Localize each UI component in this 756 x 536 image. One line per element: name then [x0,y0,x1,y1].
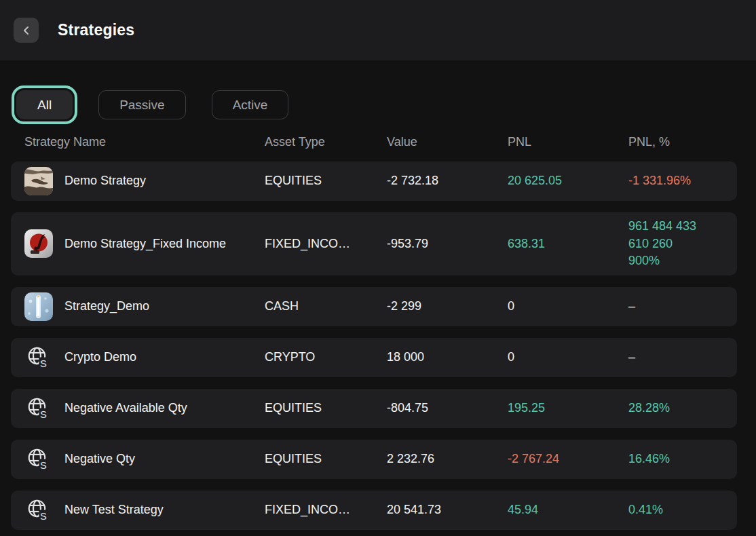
japan-art-icon [24,229,53,258]
value-cell: -2 732.18 [387,172,508,190]
asset-type-cell: EQUITIES [265,451,387,468]
pnl-cell: 0 [508,349,628,366]
strategy-name: Demo Strategy_Fixed Income [64,236,226,252]
pnl-pct-cell: – [628,349,700,366]
pnl-cell: 20 625.05 [508,172,628,190]
pnl-pct-cell: 0.41% [628,501,700,519]
strategy-name-cell: S Crypto Demo [24,343,265,372]
globe-strategy-icon: S [24,496,53,524]
pnl-cell: -2 767.24 [508,451,628,468]
filter-tab-active[interactable]: Active [212,90,289,119]
strategy-table-body: Demo Strategy EQUITIES -2 732.18 20 625.… [11,161,737,530]
globe-strategy-icon: S [24,394,53,423]
pnl-cell: 45.94 [508,501,628,519]
pnl-pct-cell: – [628,298,700,315]
pnl-pct-cell: 28.28% [628,400,700,417]
column-header-asset-type: Asset Type [265,135,387,149]
table-row[interactable]: S Crypto Demo CRYPTO 18 000 0 – [11,338,737,377]
strategy-name: Negative Qty [64,451,135,467]
strategy-name-cell: S Negative Qty [24,445,265,474]
table-row[interactable]: S Negative Available Qty EQUITIES -804.7… [11,389,737,428]
page-title: Strategies [58,21,134,39]
asset-type-cell: EQUITIES [265,400,387,417]
pnl-pct-cell: 961 484 433 610 260 900% [628,218,700,270]
asset-type-cell: FIXED_INCO… [265,235,387,253]
filter-tab-passive[interactable]: Passive [98,90,186,119]
strategy-name: New Test Strategy [64,502,164,518]
table-header-row: Strategy Name Asset Type Value PNL PNL, … [11,133,737,151]
column-header-strategy-name: Strategy Name [24,135,265,149]
back-button[interactable] [14,18,39,43]
pnl-pct-cell: 16.46% [628,451,700,468]
pnl-cell: 195.25 [508,400,628,417]
chevron-left-icon [22,26,31,35]
table-row[interactable]: Demo Strategy EQUITIES -2 732.18 20 625.… [11,161,737,201]
pnl-cell: 0 [508,298,628,315]
strategy-name-cell: Demo Strategy_Fixed Income [24,229,265,258]
filter-tab-all[interactable]: All [16,90,73,119]
value-cell: 2 232.76 [387,451,508,468]
asset-type-cell: EQUITIES [265,172,387,190]
asset-type-cell: FIXED_INCO… [265,501,387,519]
strategy-name-cell: Strategy_Demo [24,292,265,321]
value-cell: 18 000 [387,349,508,366]
strategy-name: Negative Available Qty [64,400,187,416]
table-row[interactable]: S New Test Strategy FIXED_INCO… 20 541.7… [11,491,737,530]
svg-text:S: S [40,409,47,420]
svg-text:S: S [40,511,47,522]
value-cell: -804.75 [387,400,508,417]
globe-strategy-icon: S [24,343,53,372]
strategy-name: Demo Strategy [64,173,146,189]
strategy-name-cell: Demo Strategy [24,167,265,195]
strategy-name-cell: S New Test Strategy [24,496,265,524]
column-header-value: Value [387,135,508,149]
art-painting-icon [24,167,53,195]
ice-photo-icon [24,292,53,321]
value-cell: -2 299 [387,298,508,315]
globe-strategy-icon: S [24,445,53,474]
strategy-name-cell: S Negative Available Qty [24,394,265,423]
asset-type-cell: CASH [265,298,387,315]
column-header-pnl: PNL [508,135,628,149]
svg-text:S: S [40,358,47,369]
pnl-cell: 638.31 [508,235,628,253]
top-bar: Strategies [0,0,756,60]
value-cell: -953.79 [387,235,508,253]
filter-tabs: All Passive Active [16,90,756,119]
strategy-name: Crypto Demo [64,349,136,365]
value-cell: 20 541.73 [387,501,508,519]
strategy-name: Strategy_Demo [64,299,149,314]
asset-type-cell: CRYPTO [265,349,387,366]
svg-text:S: S [40,460,47,471]
table-row[interactable]: Strategy_Demo CASH -2 299 0 – [11,287,737,326]
table-row[interactable]: S Negative Qty EQUITIES 2 232.76 -2 767.… [11,440,737,479]
strategies-table: Strategy Name Asset Type Value PNL PNL, … [11,133,737,530]
table-row[interactable]: Demo Strategy_Fixed Income FIXED_INCO… -… [11,212,737,275]
pnl-pct-cell: -1 331.96% [628,172,700,190]
column-header-pnl-pct: PNL, % [628,135,723,149]
